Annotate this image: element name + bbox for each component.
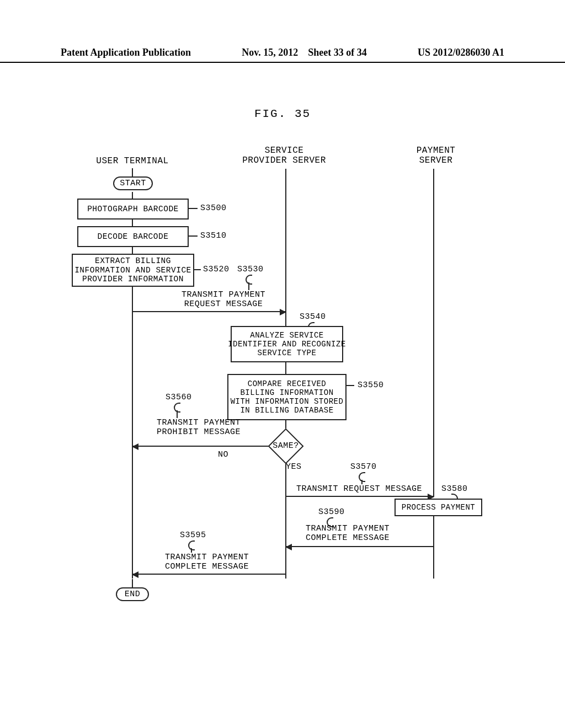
decision-no: NO [218, 450, 228, 459]
ref-s3540: S3540 [300, 312, 326, 322]
msg-s3530: TRANSMIT PAYMENT REQUEST MESSAGE [168, 290, 279, 309]
lifeline-svc-d [285, 461, 286, 579]
lifeline-user-top [132, 168, 133, 176]
arrow-s3595 [133, 574, 285, 575]
step-compare-billing: COMPARE RECEIVED BILLING INFORMATION WIT… [227, 374, 347, 420]
terminator-start: START [113, 176, 153, 190]
step-process-payment: PROCESS PAYMENT [395, 499, 482, 516]
ref-s3580: S3580 [441, 484, 468, 494]
arrow-s3530 [133, 311, 285, 312]
arrowhead-left-icon [132, 571, 138, 578]
lane-service-provider: SERVICE PROVIDER SERVER [229, 146, 339, 165]
step-decode-barcode: DECODE BARCODE [77, 226, 189, 247]
step-extract-billing: EXTRACT BILLING INFORMATION AND SERVICE … [72, 254, 194, 287]
hookline-s3560 [177, 410, 178, 418]
connector-s3500 [188, 208, 198, 209]
lifeline-user-end [132, 579, 133, 587]
ref-s3560: S3560 [166, 393, 192, 402]
connector-s3510 [188, 235, 198, 237]
msg-s3560: TRANSMIT PAYMENT PROHIBIT MESSAGE [143, 418, 254, 437]
lane-payment-server: PAYMENT SERVER [397, 146, 475, 165]
ref-s3510: S3510 [200, 231, 227, 240]
ref-s3500: S3500 [200, 204, 227, 213]
hookline-s3530 [248, 282, 249, 290]
lifeline-svc-a [285, 169, 286, 326]
page: Patent Application Publication Nov. 15, … [0, 0, 565, 728]
terminator-end: END [116, 587, 149, 601]
ref-s3590: S3590 [318, 507, 345, 517]
step-photograph-barcode: PHOTOGRAPH BARCODE [77, 199, 189, 220]
decision-same: SAME? [266, 430, 305, 461]
arrow-s3560 [133, 446, 268, 447]
ref-s3530: S3530 [237, 265, 264, 274]
sequence-diagram: USER TERMINAL SERVICE PROVIDER SERVER PA… [0, 0, 565, 728]
lifeline-user-main [132, 285, 133, 579]
arrow-s3570 [286, 496, 433, 497]
msg-s3570: TRANSMIT REQUEST MESSAGE [287, 484, 431, 494]
lifeline-svc-b [285, 361, 286, 374]
msg-s3595: TRANSMIT PAYMENT COMPLETE MESSAGE [143, 553, 270, 571]
ref-s3595: S3595 [180, 531, 206, 540]
lifeline-pay-b [433, 515, 434, 579]
lifeline-user-1 [132, 192, 133, 199]
decision-yes: YES [286, 462, 302, 472]
connector-s3550 [345, 385, 354, 386]
arrowhead-left-icon [132, 443, 138, 450]
hookline-s3595 [191, 548, 192, 553]
arrowhead-left-icon [285, 544, 292, 550]
connector-s3520 [193, 269, 201, 270]
arrow-s3590 [286, 546, 433, 547]
arrowhead-right-icon [280, 309, 286, 315]
lifeline-pay-a [433, 169, 434, 497]
decision-label: SAME? [266, 430, 305, 461]
step-analyze-service: ANALYZE SERVICE IDENTIFIER AND RECOGNIZE… [231, 326, 343, 362]
ref-s3570: S3570 [350, 462, 377, 472]
hookline-s3570 [361, 480, 363, 484]
ref-s3550: S3550 [358, 381, 384, 390]
msg-s3590: TRANSMIT PAYMENT COMPLETE MESSAGE [287, 524, 408, 543]
ref-s3520: S3520 [203, 265, 230, 274]
lane-user-terminal: USER TERMINAL [83, 156, 182, 166]
